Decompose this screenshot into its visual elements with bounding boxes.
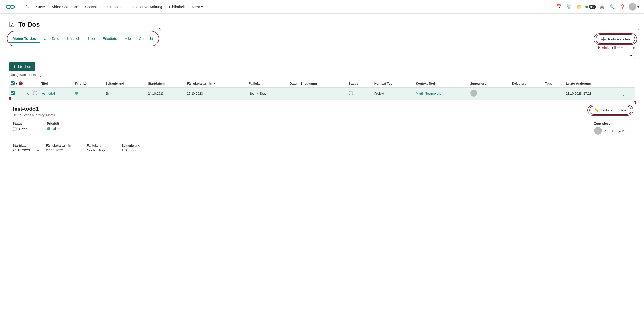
td-kontext-titel: Martin Testprojekt bbox=[414, 88, 468, 100]
delete-label: Löschen bbox=[18, 65, 31, 69]
detail-zeitaufwand: Zeitaufwand 1 Stunden bbox=[122, 144, 140, 152]
th-up bbox=[25, 80, 31, 88]
nav-kurse[interactable]: Kurse bbox=[32, 3, 48, 10]
help-icon[interactable]: ❓ bbox=[618, 3, 627, 11]
td-letzte-aenderung: 23.10.2023, 17:23 bbox=[564, 88, 620, 100]
priority-value: Mittel bbox=[52, 127, 60, 131]
priority-dot bbox=[75, 92, 78, 95]
filter-remove-button[interactable]: 🗑 Aktive Filter entfernen bbox=[597, 46, 635, 50]
arrow-icon: → bbox=[36, 144, 40, 153]
td-faelligkeit: Noch 4 Tage bbox=[247, 88, 288, 100]
rss-icon[interactable]: 📡 bbox=[565, 3, 573, 11]
faelligkeit-extra-value: Noch 4 Tage bbox=[87, 148, 106, 152]
detail-dates-section: Startdatum 24.10.2023 → Fälligkeitstermi… bbox=[13, 140, 631, 153]
top-actions: Meine To-dos Überfällig Kürzlich Neu Erl… bbox=[9, 34, 635, 50]
detail-faelligkeit-extra: Fälligkeit Noch 4 Tage bbox=[87, 144, 106, 152]
kontext-titel-link[interactable]: Martin Testprojekt bbox=[416, 92, 441, 95]
folder-icon[interactable]: 📁 bbox=[575, 3, 584, 11]
detail-dates-row: Startdatum 24.10.2023 → Fälligkeitstermi… bbox=[13, 144, 631, 153]
td-status-circle bbox=[31, 88, 39, 100]
annotation-2: 2 bbox=[158, 27, 160, 33]
nav-mehr[interactable]: Mehr ▾ bbox=[189, 3, 206, 10]
avatar-chevron-icon: ▾ bbox=[638, 5, 639, 9]
nav-coaching[interactable]: Coaching bbox=[82, 3, 103, 10]
td-kontext-typ: Projekt bbox=[372, 88, 414, 100]
edit-todo-label: To-do bearbeiten bbox=[600, 108, 626, 112]
user-avatar-area[interactable]: ▾ bbox=[628, 3, 639, 11]
th-kontext-typ: Kontext Typ bbox=[372, 80, 414, 88]
startdatum-label: Startdatum bbox=[13, 144, 30, 147]
detail-title: test-todo1 bbox=[13, 106, 55, 112]
filter-remove-label: Aktive Filter entfernen bbox=[602, 46, 635, 50]
nav-info[interactable]: Info bbox=[20, 3, 32, 10]
priority-label: Priorität bbox=[47, 122, 60, 125]
faelligkeit-termin-value: 27.10.2023 bbox=[46, 148, 71, 152]
th-kontext-titel: Kontext Titel bbox=[414, 80, 468, 88]
online-dot bbox=[585, 5, 588, 8]
trash-icon: 🗑 bbox=[597, 46, 600, 50]
main-content: ☑ To-Dos Meine To-dos Überfällig Kürzlic… bbox=[0, 14, 644, 163]
td-up: ∧ bbox=[25, 88, 31, 100]
table-wrapper: ▾ 3 Titel Priorität Zeitaufwand Startdat… bbox=[9, 80, 635, 100]
nav-lektionenverwaltung[interactable]: Lektionenverwaltung bbox=[126, 3, 165, 10]
th-datum-erledigung: Datum Erledigung bbox=[288, 80, 346, 88]
nav-bibliothek[interactable]: Bibliothek bbox=[166, 3, 188, 10]
right-actions: 1 ➕ To-do erstellen 🗑 Aktive Filter entf… bbox=[596, 34, 635, 50]
table-header-row: ▾ 3 Titel Priorität Zeitaufwand Startdat… bbox=[9, 80, 635, 88]
td-status-val bbox=[347, 88, 372, 100]
td-zugewiesen bbox=[468, 88, 510, 100]
print-icon[interactable]: 🖨️ bbox=[598, 3, 606, 11]
tab-meine-todos[interactable]: Meine To-dos bbox=[9, 34, 40, 43]
create-todo-label: To-do erstellen bbox=[607, 37, 630, 41]
th-zugewiesen: Zugewiesen bbox=[468, 80, 510, 88]
td-prioritaet bbox=[73, 88, 104, 100]
create-btn-wrapper: 1 ➕ To-do erstellen bbox=[596, 34, 635, 44]
edit-todo-button[interactable]: ✏️ To-do bearbeiten bbox=[589, 106, 631, 115]
page-title-row: ☑ To-Dos bbox=[9, 20, 635, 28]
row-checkbox[interactable] bbox=[11, 91, 15, 95]
annotation-5: 5 bbox=[9, 97, 11, 100]
calendar-icon[interactable]: 📅 bbox=[554, 3, 563, 11]
detail-startdatum: Startdatum 24.10.2023 bbox=[13, 144, 30, 152]
zugewiesen-value: Sauerbrey, Martin bbox=[604, 129, 631, 133]
tab-alle[interactable]: Alle bbox=[121, 34, 135, 43]
nav-icons: 📅 📡 📁 0/0 🖨️ 🔍 ❓ ▾ bbox=[554, 3, 639, 11]
detail-zugewiesen-field: Zugewiesen Sauerbrey, Martin bbox=[594, 122, 631, 135]
edit-btn-wrapper: 4 ✏️ To-do bearbeiten bbox=[589, 106, 631, 115]
todo-title-link[interactable]: test-todo1 bbox=[41, 92, 56, 95]
tab-neu[interactable]: Neu bbox=[84, 34, 99, 43]
td-titel: test-todo1 bbox=[39, 88, 73, 100]
delete-button[interactable]: 🗑 Löschen bbox=[9, 62, 36, 71]
chevron-down-icon: ▼ bbox=[629, 54, 632, 57]
create-todo-button[interactable]: ➕ To-do erstellen bbox=[596, 34, 635, 44]
th-circle bbox=[31, 80, 39, 88]
logo[interactable] bbox=[5, 1, 16, 12]
tab-geloescht[interactable]: Gelöscht bbox=[135, 34, 157, 43]
th-titel: Titel bbox=[39, 80, 73, 88]
td-faelligkeit-termin: 27.10.2023 bbox=[185, 88, 247, 100]
tab-kuerzlich[interactable]: Kürzlich bbox=[63, 34, 84, 43]
td-delegiert bbox=[510, 88, 543, 100]
header-checkbox[interactable] bbox=[11, 81, 15, 85]
column-filter-dropdown[interactable]: ▼ bbox=[627, 52, 635, 59]
status-value: Offen bbox=[19, 127, 27, 131]
th-checkbox: ▾ 3 bbox=[9, 80, 25, 88]
tab-ueberfaellig[interactable]: Überfällig bbox=[40, 34, 63, 43]
score-badge: 0/0 bbox=[589, 5, 596, 9]
table-row: 5 ∧ test-todo1 1h 24.10.2023 bbox=[9, 88, 635, 100]
page-title: To-Dos bbox=[18, 21, 40, 28]
td-checkbox: 5 bbox=[9, 88, 25, 100]
assignee-avatar bbox=[470, 90, 477, 97]
row-expand-btn[interactable]: ∧ bbox=[27, 92, 29, 95]
search-icon[interactable]: 🔍 bbox=[608, 3, 616, 11]
th-delegiert: Delegiert bbox=[510, 80, 543, 88]
row-more-button[interactable]: ⋮ bbox=[622, 91, 626, 96]
header-check-dropdown[interactable]: ▾ 3 bbox=[16, 81, 23, 85]
nav-gruppen[interactable]: Gruppen bbox=[104, 3, 124, 10]
status-label: Status bbox=[13, 122, 27, 125]
status-value-row: Offen bbox=[13, 127, 27, 131]
td-tags bbox=[543, 88, 564, 100]
tab-erledigte[interactable]: Erledigte bbox=[99, 34, 121, 43]
nav-video-collection[interactable]: Video Collection bbox=[49, 3, 81, 10]
row-status-circle[interactable] bbox=[33, 91, 38, 95]
